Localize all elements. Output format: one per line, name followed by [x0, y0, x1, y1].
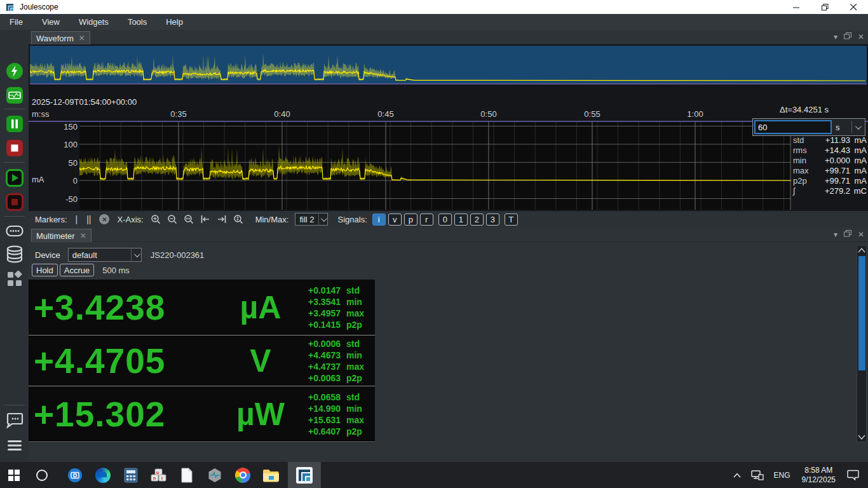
waveform-stats: std+11.93mA rms+14.43mA min+0.000mA max+…: [793, 135, 867, 196]
y-tick: 50: [69, 158, 78, 168]
restore-button[interactable]: [811, 0, 839, 14]
action-center-icon[interactable]: [847, 470, 859, 480]
database-button[interactable]: [6, 245, 24, 263]
feedback-button[interactable]: [6, 411, 24, 429]
taskbar-clock[interactable]: 8:58 AM 9/12/2025: [802, 466, 836, 485]
chevron-down-icon: [855, 123, 862, 130]
scroll-down-icon[interactable]: [857, 433, 866, 442]
y-tick: 100: [64, 140, 78, 149]
waveform-toolbar: Markers: | || ✕ X-Axis: Min/Max: fill 2 …: [29, 211, 868, 227]
menu-tools[interactable]: Tools: [118, 14, 156, 30]
x-tick: 0:45: [377, 109, 393, 119]
waveform-widget: 2025-12-09T01:54:00+00:00 m:ss 0:35 0:40…: [29, 44, 868, 227]
waveform-overview-chart[interactable]: [30, 46, 867, 85]
zoom-auto-button[interactable]: [233, 214, 243, 224]
float-window-icon[interactable]: [844, 230, 851, 239]
minimize-button[interactable]: [782, 0, 811, 14]
minmax-select[interactable]: fill 2: [295, 213, 327, 226]
add-single-marker-button[interactable]: |: [76, 214, 78, 224]
widgets-icon: [6, 271, 23, 287]
taskbar-app-calculator[interactable]: [117, 462, 145, 488]
taskbar-app-notepad[interactable]: [173, 462, 201, 488]
zoom-out-button[interactable]: [167, 214, 177, 224]
close-widget-icon[interactable]: ✕: [858, 230, 864, 239]
signal-button-0[interactable]: 0: [438, 214, 452, 226]
taskbar-app-driver-tool[interactable]: [201, 462, 229, 488]
duration-input[interactable]: [754, 120, 832, 134]
signal-button-2[interactable]: 2: [470, 214, 484, 226]
search-button[interactable]: [28, 462, 56, 488]
tray-chevron-up-icon[interactable]: [733, 473, 741, 478]
pause-button[interactable]: [6, 115, 24, 133]
hamburger-icon: [6, 439, 23, 452]
menu-file[interactable]: File: [0, 14, 32, 30]
stop-button[interactable]: [6, 139, 24, 157]
add-dual-marker-button[interactable]: ||: [86, 214, 91, 224]
zoom-in-button[interactable]: [151, 214, 161, 224]
signal-button-3[interactable]: 3: [486, 214, 499, 226]
multimeter-scrollbar[interactable]: [857, 245, 867, 442]
signal-button-p[interactable]: p: [404, 214, 417, 226]
hamburger-menu-button[interactable]: [6, 437, 24, 454]
jump-start-button[interactable]: [200, 215, 210, 224]
left-toolbar: [0, 30, 29, 462]
signal-button-v[interactable]: v: [388, 214, 402, 226]
device-power-button[interactable]: [6, 62, 24, 80]
close-button[interactable]: [839, 0, 868, 14]
signal-button-T[interactable]: T: [505, 214, 518, 226]
start-button[interactable]: [0, 462, 28, 488]
notepad-icon: [180, 468, 193, 483]
tab-waveform[interactable]: Waveform ✕: [31, 31, 90, 44]
zoom-fit-button[interactable]: [184, 214, 194, 224]
x-axis-tools-label: X-Axis:: [117, 215, 143, 224]
taskbar-app-unikey[interactable]: uni: [145, 462, 173, 488]
taskbar-app-joulescope-active[interactable]: [288, 462, 321, 488]
menu-view[interactable]: View: [32, 14, 69, 30]
signal-button-r[interactable]: r: [420, 214, 433, 226]
tab-multimeter[interactable]: Multimeter ✕: [31, 229, 92, 242]
y-tick: 150: [64, 122, 78, 132]
accrue-button[interactable]: Accrue: [60, 264, 94, 276]
language-indicator[interactable]: ENG: [774, 471, 790, 480]
clear-markers-button[interactable]: ✕: [99, 214, 109, 224]
voltage-value: +4.4705: [34, 341, 165, 381]
taskbar-app-explorer[interactable]: [257, 462, 285, 488]
taskbar-app-camera[interactable]: [61, 462, 89, 488]
scrollbar-thumb[interactable]: [858, 256, 865, 370]
record-stop-button[interactable]: [6, 193, 24, 211]
dock-menu-icon[interactable]: ▾: [834, 230, 837, 239]
close-widget-icon[interactable]: ✕: [858, 32, 864, 41]
signal-button-1[interactable]: 1: [454, 214, 468, 226]
widgets-button[interactable]: [6, 270, 24, 288]
taskbar-app-chrome[interactable]: [229, 462, 257, 488]
reading-current: +3.4238 µA +0.0147std +3.3541min +3.4957…: [29, 280, 375, 335]
float-window-icon[interactable]: [844, 32, 851, 41]
joulescope-taskbar-icon: [295, 466, 313, 484]
menu-help[interactable]: Help: [156, 14, 193, 30]
clock-date: 9/12/2025: [802, 475, 836, 485]
sidebar-divider: [4, 162, 25, 163]
fuse-button[interactable]: [6, 86, 24, 104]
duration-unit-select[interactable]: s: [832, 120, 864, 134]
current-value: +3.4238: [34, 287, 165, 328]
waveform-main-chart[interactable]: [79, 122, 791, 210]
play-record-button[interactable]: [6, 169, 24, 187]
timestamp-label: 2025-12-09T01:54:00+00:00: [32, 97, 137, 107]
dock-menu-icon[interactable]: ▾: [834, 32, 837, 41]
signal-button-i[interactable]: i: [372, 214, 386, 226]
menu-widgets[interactable]: Widgets: [69, 14, 118, 30]
taskbar-app-edge[interactable]: [89, 462, 117, 488]
tab-close-icon[interactable]: ✕: [79, 34, 85, 43]
windows-logo-icon: [8, 470, 20, 481]
stat-row: rms+14.43mA: [793, 145, 867, 155]
folder-icon: [262, 468, 279, 482]
sidebar-divider: [4, 109, 25, 109]
hold-button[interactable]: Hold: [32, 264, 58, 276]
device-select[interactable]: default: [68, 248, 142, 262]
network-icon[interactable]: [751, 470, 764, 480]
scroll-up-icon[interactable]: [857, 246, 866, 255]
multimeter-tabbar: Multimeter ✕ ▾ ✕: [29, 227, 868, 242]
tab-close-icon[interactable]: ✕: [80, 231, 86, 240]
terminal-dots-button[interactable]: [6, 222, 24, 240]
jump-end-button[interactable]: [217, 215, 227, 224]
